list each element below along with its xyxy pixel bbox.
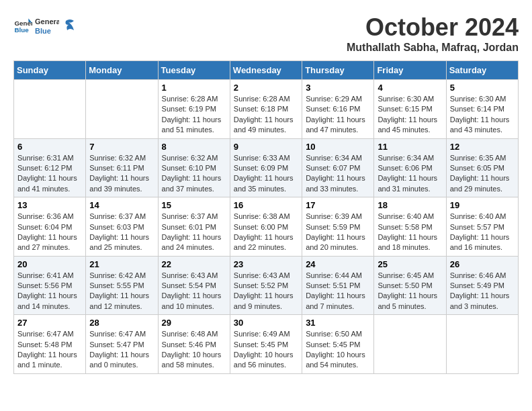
day-number: 15 [162, 200, 226, 210]
weekday-header-sunday: Sunday [14, 61, 86, 80]
calendar-week-row: 27Sunrise: 6:47 AM Sunset: 5:48 PM Dayli… [14, 315, 519, 374]
calendar-cell: 22Sunrise: 6:43 AM Sunset: 5:54 PM Dayli… [158, 256, 230, 315]
month-title: October 2024 [347, 13, 519, 42]
day-info: Sunrise: 6:48 AM Sunset: 5:46 PM Dayligh… [162, 329, 226, 371]
day-number: 8 [162, 142, 226, 152]
day-number: 21 [89, 259, 154, 269]
calendar-cell: 5Sunrise: 6:30 AM Sunset: 6:14 PM Daylig… [446, 80, 518, 139]
day-number: 16 [234, 200, 298, 210]
day-number: 27 [17, 318, 82, 328]
calendar-cell: 10Sunrise: 6:34 AM Sunset: 6:07 PM Dayli… [302, 138, 374, 197]
calendar-cell: 18Sunrise: 6:40 AM Sunset: 5:58 PM Dayli… [374, 197, 446, 257]
day-info: Sunrise: 6:45 AM Sunset: 5:50 PM Dayligh… [378, 271, 442, 312]
day-number: 13 [17, 200, 82, 210]
day-number: 1 [162, 83, 226, 93]
calendar-cell: 7Sunrise: 6:32 AM Sunset: 6:11 PM Daylig… [86, 138, 158, 197]
day-info: Sunrise: 6:49 AM Sunset: 5:45 PM Dayligh… [234, 329, 298, 371]
day-info: Sunrise: 6:38 AM Sunset: 6:00 PM Dayligh… [234, 212, 298, 253]
logo-bird-icon: General Blue [35, 13, 59, 38]
day-number: 3 [306, 83, 370, 93]
calendar-cell: 25Sunrise: 6:45 AM Sunset: 5:50 PM Dayli… [374, 256, 446, 315]
calendar-cell: 8Sunrise: 6:32 AM Sunset: 6:10 PM Daylig… [158, 138, 230, 197]
calendar-week-row: 13Sunrise: 6:36 AM Sunset: 6:04 PM Dayli… [14, 197, 519, 257]
weekday-header-monday: Monday [86, 61, 158, 80]
day-number: 22 [162, 259, 226, 269]
title-block: October 2024 Muthallath Sabha, Mafraq, J… [347, 13, 519, 54]
day-info: Sunrise: 6:34 AM Sunset: 6:06 PM Dayligh… [378, 153, 442, 195]
calendar-cell [14, 80, 86, 139]
calendar-cell: 24Sunrise: 6:44 AM Sunset: 5:51 PM Dayli… [302, 256, 374, 315]
calendar-cell: 27Sunrise: 6:47 AM Sunset: 5:48 PM Dayli… [14, 315, 86, 374]
calendar-cell [86, 80, 158, 139]
calendar-cell [374, 315, 446, 374]
calendar-cell [446, 315, 518, 374]
logo-icon: General Blue [13, 16, 32, 35]
calendar-cell: 1Sunrise: 6:28 AM Sunset: 6:19 PM Daylig… [158, 80, 230, 139]
svg-text:General: General [35, 17, 59, 26]
calendar-cell: 4Sunrise: 6:30 AM Sunset: 6:15 PM Daylig… [374, 80, 446, 139]
calendar-cell: 12Sunrise: 6:35 AM Sunset: 6:05 PM Dayli… [446, 138, 518, 197]
calendar-cell: 29Sunrise: 6:48 AM Sunset: 5:46 PM Dayli… [158, 315, 230, 374]
day-number: 10 [306, 142, 370, 152]
day-info: Sunrise: 6:37 AM Sunset: 6:03 PM Dayligh… [89, 212, 154, 253]
day-number: 18 [378, 200, 442, 210]
day-number: 25 [378, 259, 442, 269]
day-info: Sunrise: 6:29 AM Sunset: 6:16 PM Dayligh… [306, 94, 370, 136]
day-info: Sunrise: 6:35 AM Sunset: 6:05 PM Dayligh… [450, 153, 515, 195]
day-info: Sunrise: 6:37 AM Sunset: 6:01 PM Dayligh… [162, 212, 226, 253]
day-number: 20 [17, 259, 82, 269]
day-info: Sunrise: 6:43 AM Sunset: 5:54 PM Dayligh… [162, 271, 226, 312]
day-number: 11 [378, 142, 442, 152]
day-number: 23 [234, 259, 298, 269]
day-info: Sunrise: 6:47 AM Sunset: 5:48 PM Dayligh… [17, 329, 82, 371]
day-number: 26 [450, 259, 515, 269]
day-info: Sunrise: 6:47 AM Sunset: 5:47 PM Dayligh… [89, 329, 154, 371]
weekday-header-saturday: Saturday [446, 61, 518, 80]
day-info: Sunrise: 6:40 AM Sunset: 5:58 PM Dayligh… [378, 212, 442, 253]
weekday-header-row: SundayMondayTuesdayWednesdayThursdayFrid… [14, 61, 519, 80]
calendar-cell: 11Sunrise: 6:34 AM Sunset: 6:06 PM Dayli… [374, 138, 446, 197]
day-number: 12 [450, 142, 515, 152]
day-info: Sunrise: 6:41 AM Sunset: 5:56 PM Dayligh… [17, 271, 82, 312]
day-number: 7 [89, 142, 154, 152]
calendar-cell: 3Sunrise: 6:29 AM Sunset: 6:16 PM Daylig… [302, 80, 374, 139]
calendar-cell: 13Sunrise: 6:36 AM Sunset: 6:04 PM Dayli… [14, 197, 86, 257]
day-info: Sunrise: 6:32 AM Sunset: 6:11 PM Dayligh… [89, 153, 154, 195]
weekday-header-tuesday: Tuesday [158, 61, 230, 80]
day-number: 24 [306, 259, 370, 269]
day-info: Sunrise: 6:44 AM Sunset: 5:51 PM Dayligh… [306, 271, 370, 312]
day-info: Sunrise: 6:28 AM Sunset: 6:18 PM Dayligh… [234, 94, 298, 136]
day-number: 2 [234, 83, 298, 93]
calendar-cell: 14Sunrise: 6:37 AM Sunset: 6:03 PM Dayli… [86, 197, 158, 257]
calendar-cell: 2Sunrise: 6:28 AM Sunset: 6:18 PM Daylig… [230, 80, 302, 139]
day-info: Sunrise: 6:50 AM Sunset: 5:45 PM Dayligh… [306, 329, 370, 371]
day-info: Sunrise: 6:32 AM Sunset: 6:10 PM Dayligh… [162, 153, 226, 195]
calendar-cell: 23Sunrise: 6:43 AM Sunset: 5:52 PM Dayli… [230, 256, 302, 315]
day-info: Sunrise: 6:30 AM Sunset: 6:15 PM Dayligh… [378, 94, 442, 136]
calendar-cell: 17Sunrise: 6:39 AM Sunset: 5:59 PM Dayli… [302, 197, 374, 257]
svg-text:Blue: Blue [14, 26, 29, 34]
calendar-week-row: 6Sunrise: 6:31 AM Sunset: 6:12 PM Daylig… [14, 138, 519, 197]
day-info: Sunrise: 6:46 AM Sunset: 5:49 PM Dayligh… [450, 271, 515, 312]
weekday-header-thursday: Thursday [302, 61, 374, 80]
calendar-cell: 16Sunrise: 6:38 AM Sunset: 6:00 PM Dayli… [230, 197, 302, 257]
weekday-header-friday: Friday [374, 61, 446, 80]
day-number: 6 [17, 142, 82, 152]
day-number: 4 [378, 83, 442, 93]
day-number: 14 [89, 200, 154, 210]
day-info: Sunrise: 6:28 AM Sunset: 6:19 PM Dayligh… [162, 94, 226, 136]
calendar-cell: 6Sunrise: 6:31 AM Sunset: 6:12 PM Daylig… [14, 138, 86, 197]
day-info: Sunrise: 6:42 AM Sunset: 5:55 PM Dayligh… [89, 271, 154, 312]
calendar-cell: 19Sunrise: 6:40 AM Sunset: 5:57 PM Dayli… [446, 197, 518, 257]
day-info: Sunrise: 6:34 AM Sunset: 6:07 PM Dayligh… [306, 153, 370, 195]
calendar-week-row: 20Sunrise: 6:41 AM Sunset: 5:56 PM Dayli… [14, 256, 519, 315]
calendar-cell: 20Sunrise: 6:41 AM Sunset: 5:56 PM Dayli… [14, 256, 86, 315]
day-info: Sunrise: 6:33 AM Sunset: 6:09 PM Dayligh… [234, 153, 298, 195]
location-title: Muthallath Sabha, Mafraq, Jordan [347, 42, 519, 54]
page-header: General Blue General Blue October 2024 M… [13, 13, 519, 54]
day-number: 28 [89, 318, 154, 328]
svg-text:Blue: Blue [35, 27, 51, 35]
day-info: Sunrise: 6:36 AM Sunset: 6:04 PM Dayligh… [17, 212, 82, 253]
calendar-cell: 21Sunrise: 6:42 AM Sunset: 5:55 PM Dayli… [86, 256, 158, 315]
day-number: 5 [450, 83, 515, 93]
